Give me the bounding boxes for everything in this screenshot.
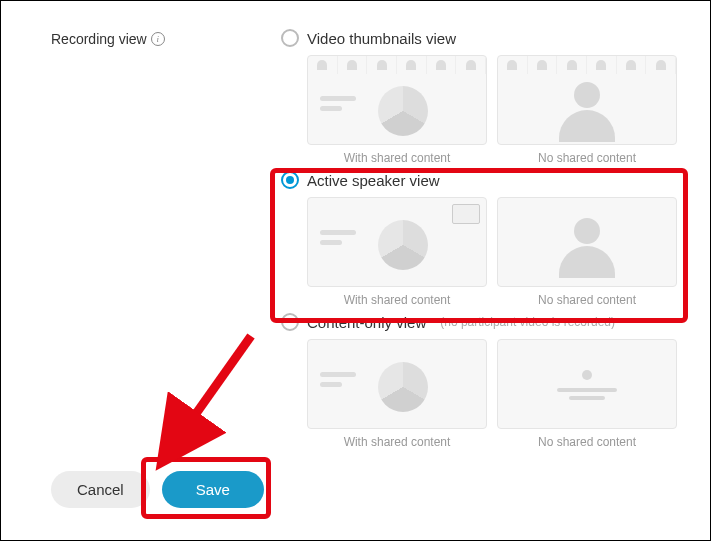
option-title: Active speaker view bbox=[307, 172, 440, 189]
radio-icon bbox=[281, 171, 299, 189]
radio-icon bbox=[281, 29, 299, 47]
preview-no-shared: No shared content bbox=[497, 339, 677, 449]
recording-view-options: Video thumbnails view With shared conten… bbox=[281, 29, 680, 449]
preview-caption: No shared content bbox=[497, 435, 677, 449]
actions: Cancel Save bbox=[51, 471, 264, 508]
svg-line-0 bbox=[166, 336, 251, 456]
option-title: Video thumbnails view bbox=[307, 30, 456, 47]
section-label-text: Recording view bbox=[51, 31, 147, 47]
option-hint: (no participant video is recorded) bbox=[440, 315, 615, 329]
previews-active-speaker: With shared content No shared content bbox=[307, 197, 680, 307]
preview-image bbox=[307, 55, 487, 145]
option-title: Content-only view bbox=[307, 314, 426, 331]
preview-with-shared: With shared content bbox=[307, 197, 487, 307]
previews-content-only: With shared content No shared content bbox=[307, 339, 680, 449]
preview-image bbox=[497, 55, 677, 145]
recording-view-panel: Recording view i Video thumbnails view W… bbox=[0, 0, 711, 541]
preview-image bbox=[307, 197, 487, 287]
section-label: Recording view i bbox=[51, 31, 165, 47]
option-video-thumbnails: Video thumbnails view With shared conten… bbox=[281, 29, 680, 165]
preview-image bbox=[307, 339, 487, 429]
preview-no-shared: No shared content bbox=[497, 55, 677, 165]
info-icon[interactable]: i bbox=[151, 32, 165, 46]
cancel-button[interactable]: Cancel bbox=[51, 471, 150, 508]
radio-icon bbox=[281, 313, 299, 331]
preview-caption: No shared content bbox=[497, 293, 677, 307]
preview-no-shared: No shared content bbox=[497, 197, 677, 307]
radio-content-only[interactable]: Content-only view (no participant video … bbox=[281, 313, 680, 331]
preview-caption: With shared content bbox=[307, 151, 487, 165]
preview-caption: With shared content bbox=[307, 293, 487, 307]
preview-image bbox=[497, 197, 677, 287]
preview-with-shared: With shared content bbox=[307, 55, 487, 165]
mini-speaker-icon bbox=[452, 204, 480, 224]
radio-active-speaker[interactable]: Active speaker view bbox=[281, 171, 680, 189]
preview-caption: No shared content bbox=[497, 151, 677, 165]
option-active-speaker: Active speaker view With shared content … bbox=[281, 171, 680, 307]
radio-video-thumbnails[interactable]: Video thumbnails view bbox=[281, 29, 680, 47]
preview-with-shared: With shared content bbox=[307, 339, 487, 449]
preview-image bbox=[497, 339, 677, 429]
preview-caption: With shared content bbox=[307, 435, 487, 449]
option-content-only: Content-only view (no participant video … bbox=[281, 313, 680, 449]
save-button[interactable]: Save bbox=[162, 471, 264, 508]
previews-video-thumbnails: With shared content No shared content bbox=[307, 55, 680, 165]
